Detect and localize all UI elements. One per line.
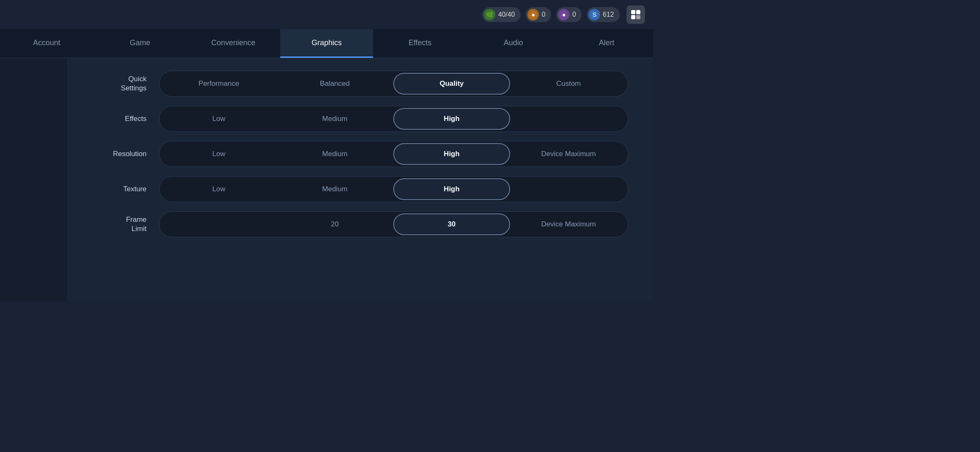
content-area: Quick SettingsPerformanceBalancedQuality… xyxy=(0,58,653,301)
setting-label-frame-limit: Frame Limit xyxy=(92,215,147,234)
option-quick-settings-1[interactable]: Balanced xyxy=(277,74,392,94)
tab-graphics[interactable]: Graphics xyxy=(280,29,374,58)
header-right: 🌿 40/40 ● 0 ● 0 S 612 xyxy=(482,5,645,24)
option-group-resolution: LowMediumHighDevice Maximum xyxy=(159,141,628,167)
option-frame-limit-1[interactable]: 20 xyxy=(277,214,392,234)
tab-game[interactable]: Game xyxy=(93,29,187,58)
option-texture-0[interactable]: Low xyxy=(161,179,276,199)
svg-rect-1 xyxy=(636,10,640,14)
setting-label-effects: Effects xyxy=(92,114,147,123)
option-resolution-2[interactable]: High xyxy=(393,143,510,165)
tab-alert[interactable]: Alert xyxy=(560,29,653,58)
setting-row-quick-settings: Quick SettingsPerformanceBalancedQuality… xyxy=(92,71,628,97)
exit-button[interactable] xyxy=(627,5,645,24)
option-texture-1[interactable]: Medium xyxy=(277,179,392,199)
svg-rect-2 xyxy=(631,15,635,19)
option-resolution-0[interactable]: Low xyxy=(161,144,276,164)
crystal-value: 612 xyxy=(603,11,614,18)
sidebar xyxy=(0,58,67,301)
coin-value: 0 xyxy=(542,11,545,18)
option-quick-settings-0[interactable]: Performance xyxy=(161,74,276,94)
option-group-texture: LowMediumHigh xyxy=(159,176,628,202)
option-effects-0[interactable]: Low xyxy=(161,109,276,129)
option-group-quick-settings: PerformanceBalancedQualityCustom xyxy=(159,71,628,97)
option-texture-2[interactable]: High xyxy=(393,178,510,200)
setting-label-quick-settings: Quick Settings xyxy=(92,74,147,93)
option-frame-limit-2[interactable]: 30 xyxy=(393,213,510,235)
currencies-container: 🌿 40/40 ● 0 ● 0 S 612 xyxy=(482,7,620,22)
setting-row-effects: EffectsLowMediumHigh xyxy=(92,106,628,132)
svg-rect-3 xyxy=(636,15,640,19)
option-frame-limit-3[interactable]: Device Maximum xyxy=(511,214,626,234)
option-quick-settings-2[interactable]: Quality xyxy=(393,73,510,95)
option-texture-3 xyxy=(511,183,626,195)
setting-row-resolution: ResolutionLowMediumHighDevice Maximum xyxy=(92,141,628,167)
option-effects-1[interactable]: Medium xyxy=(277,109,392,129)
tabs-row: AccountGameConvenienceGraphicsEffectsAud… xyxy=(0,29,653,58)
currency-crystal: S 612 xyxy=(587,7,620,22)
option-resolution-1[interactable]: Medium xyxy=(277,144,392,164)
header: 🌿 40/40 ● 0 ● 0 S 612 xyxy=(0,0,653,29)
option-quick-settings-3[interactable]: Custom xyxy=(511,74,626,94)
svg-rect-0 xyxy=(631,10,635,14)
tab-account[interactable]: Account xyxy=(0,29,93,58)
setting-row-frame-limit: Frame Limit2030Device Maximum xyxy=(92,211,628,237)
option-resolution-3[interactable]: Device Maximum xyxy=(511,144,626,164)
currency-coin: ● 0 xyxy=(526,7,551,22)
option-effects-3 xyxy=(511,113,626,125)
setting-label-texture: Texture xyxy=(92,185,147,194)
setting-label-resolution: Resolution xyxy=(92,149,147,159)
tabs-container: AccountGameConvenienceGraphicsEffectsAud… xyxy=(0,29,653,58)
coin-icon: ● xyxy=(527,9,539,21)
tab-effects[interactable]: Effects xyxy=(373,29,467,58)
energy-icon: 🌿 xyxy=(484,9,495,21)
option-effects-2[interactable]: High xyxy=(393,108,510,130)
tab-audio[interactable]: Audio xyxy=(467,29,560,58)
currency-energy: 🌿 40/40 xyxy=(482,7,521,22)
option-frame-limit-0 xyxy=(161,218,276,230)
option-group-effects: LowMediumHigh xyxy=(159,106,628,132)
currency-gem: ● 0 xyxy=(556,7,582,22)
option-group-frame-limit: 2030Device Maximum xyxy=(159,211,628,237)
energy-value: 40/40 xyxy=(498,11,515,18)
crystal-icon: S xyxy=(588,9,600,21)
tab-convenience[interactable]: Convenience xyxy=(187,29,280,58)
settings-panel: Quick SettingsPerformanceBalancedQuality… xyxy=(67,58,653,301)
gem-value: 0 xyxy=(572,11,576,18)
gem-icon: ● xyxy=(558,9,570,21)
setting-row-texture: TextureLowMediumHigh xyxy=(92,176,628,202)
